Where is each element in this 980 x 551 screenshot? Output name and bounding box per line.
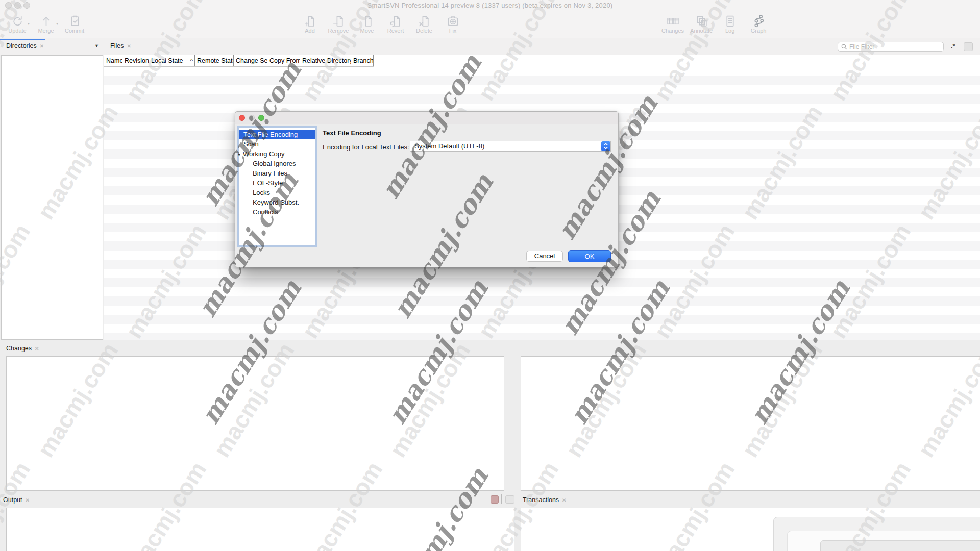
- close-icon[interactable]: ✕: [35, 346, 39, 352]
- dialog-minimize-button[interactable]: [249, 115, 255, 121]
- toolbar-annotate-button[interactable]: Annotate: [690, 13, 713, 34]
- dialog-close-button[interactable]: [239, 115, 245, 121]
- filter-history-icon[interactable]: [964, 42, 973, 51]
- column-header-name[interactable]: Name: [104, 55, 122, 66]
- tab-directories[interactable]: Directories ✕: [6, 42, 44, 49]
- toolbar-update-button[interactable]: Update▾: [6, 13, 29, 34]
- output-panel-title: Output ✕: [3, 496, 30, 504]
- toolbar-revert-button[interactable]: Revert: [384, 13, 407, 34]
- dropdown-chevrons-icon[interactable]: [601, 141, 610, 151]
- output-console[interactable]: [6, 508, 514, 551]
- dialog-titlebar: [235, 112, 618, 124]
- changes-left-pane[interactable]: [6, 356, 504, 491]
- disclosure-triangle-icon[interactable]: ▾: [238, 149, 243, 159]
- tab-files[interactable]: Files ✕: [110, 42, 131, 49]
- column-header-local-state[interactable]: Local State^: [149, 55, 195, 66]
- column-header-relative-directory[interactable]: Relative Directory: [300, 55, 351, 66]
- sort-asc-icon: ^: [190, 58, 193, 64]
- active-panel-accent: [0, 39, 45, 40]
- header-divider: [977, 41, 977, 52]
- toolbar-button-label: Merge: [38, 28, 54, 34]
- encoding-dropdown-value: System Default (UTF-8): [410, 142, 601, 150]
- prefs-nav-label: EOL-Style: [253, 179, 283, 187]
- close-icon[interactable]: ✕: [26, 497, 30, 503]
- prefs-nav-keyword-subst[interactable]: Keyword Subst.: [239, 197, 315, 207]
- prefs-nav-eol-style[interactable]: EOL-Style: [239, 178, 315, 188]
- prefs-nav-text-file-encoding[interactable]: Text File Encoding: [239, 130, 315, 139]
- column-header-remote-state[interactable]: Remote State: [195, 55, 234, 66]
- toolbar-merge-button[interactable]: Merge▾: [35, 13, 57, 34]
- toolbar-move-button[interactable]: Move: [356, 13, 378, 34]
- prefs-nav-working-copy[interactable]: ▾Working Copy: [239, 149, 315, 159]
- encoding-dropdown[interactable]: System Default (UTF-8): [410, 141, 611, 152]
- prefs-nav-scan[interactable]: Scan: [239, 139, 315, 149]
- toolbar-changes-button[interactable]: Changes: [662, 13, 684, 34]
- column-header-branch[interactable]: Branch: [351, 55, 374, 66]
- toolbar-button-label: Delete: [416, 28, 432, 34]
- output-stop-icon[interactable]: [491, 495, 499, 504]
- prefs-nav-label: Global Ignores: [253, 160, 296, 167]
- changes-right-pane[interactable]: [521, 356, 980, 491]
- toolbar-graph-button[interactable]: Graph: [747, 13, 770, 34]
- merge-icon: [39, 13, 53, 29]
- main-toolbar: Update▾Merge▾CommitAddRemoveMoveRevertDe…: [0, 11, 980, 39]
- toolbar-log-button[interactable]: Log: [719, 13, 741, 34]
- prefs-nav-binary-files[interactable]: Binary Files: [239, 168, 315, 178]
- prefs-nav-label: Working Copy: [243, 150, 284, 158]
- toolbar-remove-button[interactable]: Remove: [327, 13, 350, 34]
- update-icon: [11, 13, 24, 29]
- transactions-panel-title: Transactions ✕: [523, 496, 566, 504]
- encoding-field-label: Encoding for Local Text Files:: [323, 143, 409, 151]
- prefs-nav-label: Locks: [253, 189, 270, 196]
- close-icon[interactable]: ✕: [127, 43, 131, 49]
- prefs-nav-label: Binary Files: [253, 169, 287, 177]
- doc-remove-icon: [332, 13, 346, 29]
- file-filter-input[interactable]: [848, 43, 943, 51]
- prefs-nav-global-ignores[interactable]: Global Ignores: [239, 159, 315, 168]
- toolbar-group: AddRemoveMoveRevertDeleteFix: [299, 13, 464, 34]
- prefs-nav-locks[interactable]: Locks: [239, 188, 315, 197]
- toolbar-button-label: Graph: [751, 28, 767, 34]
- toolbar-delete-button[interactable]: Delete: [413, 13, 435, 34]
- column-header-change-set[interactable]: Change Set: [234, 55, 267, 66]
- log-icon: [723, 13, 737, 29]
- main-titlebar: SmartSVN Professional 14 preview 8 (1337…: [0, 0, 980, 11]
- prefs-nav-label: Keyword Subst.: [253, 198, 299, 206]
- file-filter-box: [838, 42, 944, 52]
- doc-move-icon: [360, 13, 374, 29]
- panel-header-strip: Directories ✕ ▼ Files ✕ .*: [0, 38, 980, 55]
- chevron-down-icon[interactable]: ▼: [94, 43, 99, 48]
- window-title: SmartSVN Professional 14 preview 8 (1337…: [0, 2, 980, 9]
- toolbar-commit-button[interactable]: Commit: [63, 13, 86, 34]
- prefs-nav-label: Conflicts: [253, 208, 278, 216]
- ok-button[interactable]: OK: [568, 250, 611, 262]
- toolbar-button-label: Move: [360, 28, 374, 34]
- column-header-copy-from[interactable]: Copy From: [267, 55, 300, 66]
- annotate-icon: [695, 13, 708, 29]
- search-icon: [841, 43, 847, 50]
- toolbar-fix-button[interactable]: Fix: [442, 13, 464, 34]
- column-header-revision[interactable]: Revision: [122, 55, 149, 66]
- prefs-nav-label: Scan: [243, 140, 259, 148]
- files-column-headers: NameRevisionLocal State^Remote StateChan…: [104, 55, 374, 67]
- toolbar-button-label: Add: [305, 28, 315, 34]
- commit-icon: [68, 13, 82, 29]
- doc-add-icon: [303, 13, 317, 29]
- prefs-nav-conflicts[interactable]: Conflicts: [239, 207, 315, 217]
- dialog-zoom-button[interactable]: [258, 115, 264, 121]
- output-clear-icon[interactable]: [505, 495, 514, 504]
- dropdown-caret-icon: ▾: [28, 21, 30, 26]
- toolbar-button-label: Update: [8, 28, 26, 34]
- close-icon[interactable]: ✕: [40, 43, 44, 49]
- app-window: SmartSVN Professional 14 preview 8 (1337…: [0, 0, 980, 551]
- nested-window-artifact: [820, 540, 980, 551]
- output-toolbar-divider: [501, 494, 502, 504]
- cancel-button[interactable]: Cancel: [526, 251, 563, 262]
- regex-toggle[interactable]: .*: [951, 42, 955, 50]
- changes-panel-title: Changes ✕: [6, 345, 39, 352]
- doc-revert-icon: [389, 13, 403, 29]
- directories-tree[interactable]: [1, 55, 103, 340]
- toolbar-add-button[interactable]: Add: [299, 13, 321, 34]
- close-icon[interactable]: ✕: [562, 497, 566, 503]
- toolbar-button-label: Changes: [662, 28, 684, 34]
